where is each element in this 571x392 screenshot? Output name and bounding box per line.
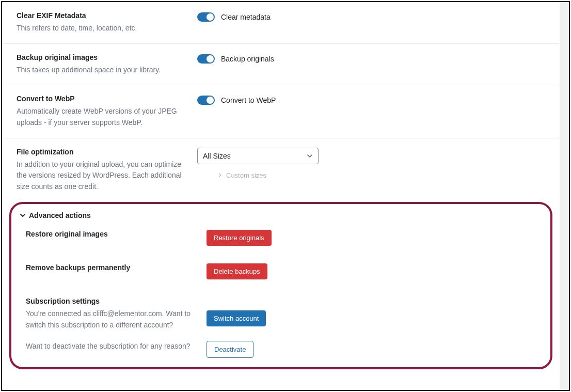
subscription-label-col: Subscription settings You're connected a…: [26, 297, 207, 331]
custom-sizes-row[interactable]: Custom sizes: [218, 171, 266, 179]
fileopt-select[interactable]: All Sizes: [197, 148, 319, 164]
backup-toggle[interactable]: [197, 54, 215, 64]
deactivate-desc: Want to deactivate the subscription for …: [26, 341, 196, 352]
row-clear-exif-control: Clear metadata: [197, 11, 545, 34]
deactivate-label-col: Want to deactivate the subscription for …: [26, 341, 207, 358]
subscription-desc: You're connected as cliffc@elementor.com…: [26, 308, 196, 331]
fileopt-select-value: All Sizes: [203, 152, 231, 160]
row-deactivate: Want to deactivate the subscription for …: [19, 338, 543, 360]
exif-title: Clear EXIF Metadata: [17, 11, 187, 20]
subscription-control: Switch account: [207, 297, 536, 331]
deactivate-button[interactable]: Deactivate: [207, 341, 253, 358]
row-subscription: Subscription settings You're connected a…: [19, 292, 543, 338]
row-restore-originals: Restore original images Restore original…: [19, 225, 543, 258]
switch-account-button[interactable]: Switch account: [207, 310, 266, 326]
restore-title: Restore original images: [26, 230, 196, 238]
chevron-down-icon: [20, 212, 26, 218]
delete-backups-button[interactable]: Delete backups: [207, 263, 267, 279]
fileopt-desc: In addition to your original upload, you…: [17, 159, 187, 193]
webp-title: Convert to WebP: [17, 95, 187, 103]
row-clear-exif: Clear EXIF Metadata This refers to date,…: [2, 2, 560, 44]
chevron-down-icon: [307, 153, 313, 159]
restore-control: Restore originals: [207, 230, 536, 246]
deactivate-control: Deactivate: [207, 341, 536, 358]
row-webp-label: Convert to WebP Automatically create Web…: [17, 95, 197, 128]
row-convert-webp: Convert to WebP Automatically create Web…: [2, 85, 560, 138]
fileopt-title: File optimization: [17, 148, 187, 156]
exif-toggle-label: Clear metadata: [221, 13, 271, 21]
custom-sizes-label: Custom sizes: [226, 171, 266, 179]
row-file-optimization: File optimization In addition to your or…: [2, 138, 560, 202]
backup-title: Backup original images: [17, 53, 187, 61]
exif-toggle[interactable]: [197, 12, 215, 22]
webp-toggle[interactable]: [197, 96, 215, 105]
webp-toggle-wrap: Convert to WebP: [197, 96, 276, 105]
advanced-actions-title: Advanced actions: [29, 211, 91, 219]
restore-originals-button[interactable]: Restore originals: [207, 230, 272, 246]
chevron-right-icon: [218, 173, 222, 177]
row-remove-backups: Remove backups permanently Delete backup…: [19, 258, 543, 292]
row-backup-originals: Backup original images This takes up add…: [2, 44, 560, 86]
backup-toggle-label: Backup originals: [221, 55, 274, 63]
backup-desc: This takes up additional space in your l…: [17, 65, 187, 76]
remove-backups-control: Delete backups: [207, 263, 536, 279]
row-webp-control: Convert to WebP: [197, 95, 545, 128]
backup-toggle-wrap: Backup originals: [197, 54, 274, 64]
row-fileopt-label: File optimization In addition to your or…: [17, 148, 197, 193]
row-fileopt-control: All Sizes Custom sizes: [197, 148, 545, 193]
remove-backups-title: Remove backups permanently: [26, 263, 196, 272]
advanced-actions-panel: Advanced actions Restore original images…: [9, 202, 552, 369]
settings-content: Clear EXIF Metadata This refers to date,…: [2, 2, 560, 390]
webp-desc: Automatically create WebP versions of yo…: [17, 106, 187, 128]
remove-backups-label-col: Remove backups permanently: [26, 263, 207, 279]
scrollbar-gutter[interactable]: [560, 2, 569, 390]
webp-toggle-label: Convert to WebP: [221, 96, 276, 104]
restore-label-col: Restore original images: [26, 230, 207, 246]
row-clear-exif-label: Clear EXIF Metadata This refers to date,…: [17, 11, 197, 34]
row-backup-control: Backup originals: [197, 53, 545, 76]
exif-toggle-wrap: Clear metadata: [197, 12, 271, 22]
row-backup-label: Backup original images This takes up add…: [17, 53, 197, 76]
advanced-actions-header[interactable]: Advanced actions: [19, 209, 543, 225]
exif-desc: This refers to date, time, location, etc…: [17, 23, 187, 34]
subscription-title: Subscription settings: [26, 297, 196, 305]
